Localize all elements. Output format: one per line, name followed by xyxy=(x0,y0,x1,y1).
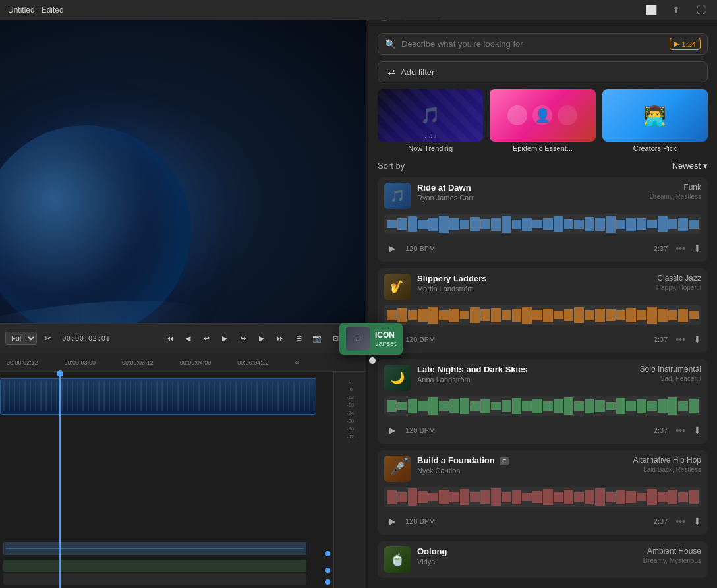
tc-3: 00:00:03:12 xyxy=(122,359,154,366)
search-input[interactable] xyxy=(401,39,664,49)
fast-forward-btn[interactable]: ↪ xyxy=(236,331,250,345)
filter-label: Add filter xyxy=(401,67,434,77)
playlist-label-creators: Creators Pick xyxy=(602,144,708,153)
tooltip-subtitle: Janset xyxy=(375,339,396,347)
frame-next-btn[interactable]: ▶ xyxy=(254,331,269,345)
track-play-button[interactable]: ▶ xyxy=(384,423,400,438)
filter-bar: ⇄ Add filter xyxy=(368,61,717,89)
track-name: Slippery Ladders xyxy=(417,274,650,283)
track-item[interactable]: 🎤 E Build a Foundation E Nyck Caution Al… xyxy=(378,450,708,535)
track-controls: ▶ 120 BPM 2:37 ••• ⬇ xyxy=(378,511,708,535)
track-bpm: 120 BPM xyxy=(405,517,435,525)
track-meta: Funk Dreamy, Restless xyxy=(650,183,701,200)
track-genre: Solo Instrumental xyxy=(640,365,701,374)
track-details: Build a Foundation E Nyck Caution xyxy=(417,456,627,475)
add-filter-button[interactable]: ⇄ Add filter xyxy=(378,61,708,82)
tooltip-title: ICON xyxy=(375,330,396,339)
fullscreen-icon[interactable]: ⛶ xyxy=(693,2,709,18)
video-clip[interactable] xyxy=(0,378,316,415)
track-play-button[interactable]: ▶ xyxy=(384,241,400,256)
track-artist: Nyck Caution xyxy=(417,467,627,475)
waveform xyxy=(384,487,701,507)
track-name: Build a Foundation E xyxy=(417,456,627,465)
tools-icon[interactable]: ✂ xyxy=(41,331,55,345)
frame-fwd-btn[interactable]: ⏭ xyxy=(273,331,287,345)
export-icon[interactable]: ⬆ xyxy=(668,2,684,18)
timecode: 00:00:02:01 xyxy=(62,334,110,343)
track-artist: Viriya xyxy=(417,558,637,566)
track-genre: Classic Jazz xyxy=(656,274,701,283)
sort-bar: Sort by Newest ▾ xyxy=(368,161,717,177)
playlist-cards: 🎵 ♪ ♫ ♪ Now Trending 👤 Epidemic Essent..… xyxy=(368,89,717,161)
track-download-button[interactable]: ⬇ xyxy=(693,516,701,527)
track-meta: Alternative Hip Hop Laid Back, Restless xyxy=(633,456,701,473)
track-meta: Classic Jazz Happy, Hopeful xyxy=(656,274,701,291)
time-badge-value: 1:24 xyxy=(682,40,696,48)
track-bpm: 120 BPM xyxy=(405,245,435,252)
track-more-button[interactable]: ••• xyxy=(673,243,688,254)
playlist-card-creators[interactable]: 👨‍💻 Creators Pick xyxy=(602,89,708,153)
track-thumbnail: 🍵 xyxy=(384,546,411,573)
audio-track-3[interactable] xyxy=(3,573,306,585)
track-genre: Alternative Hip Hop xyxy=(633,456,701,465)
audio-track-1[interactable] xyxy=(3,542,306,555)
explicit-badge: E xyxy=(500,457,509,465)
track-genre: Ambient House xyxy=(643,546,701,556)
track-duration: 2:37 xyxy=(654,517,668,525)
track-duration: 2:37 xyxy=(654,426,668,434)
track-download-button[interactable]: ⬇ xyxy=(693,334,701,345)
frame-back-btn[interactable]: ⏮ xyxy=(162,331,177,345)
track-more-button[interactable]: ••• xyxy=(673,334,688,345)
track-bpm: 120 BPM xyxy=(405,336,435,343)
waveform xyxy=(384,396,701,416)
playlist-card-epidemic[interactable]: 👤 Epidemic Essent... xyxy=(490,89,595,153)
playback-controls: Full ✂ 00:00:02:01 ⏮ ◀ ↩ ▶ ↪ ▶ ⏭ ⊞ 📷 ⊡ ＋ xyxy=(0,323,366,353)
track-details: Late Nights and Dark Skies Anna Landströ… xyxy=(417,365,633,384)
search-bar: 🔍 ▶ 1:24 xyxy=(368,26,717,61)
track-play-button[interactable]: ▶ xyxy=(384,514,400,529)
track-item[interactable]: 🎵 Ride at Dawn Ryan James Carr Funk Drea… xyxy=(378,177,708,262)
track-item[interactable]: 🌙 Late Nights and Dark Skies Anna Landst… xyxy=(378,359,708,444)
video-preview xyxy=(0,20,366,323)
waveform xyxy=(384,305,701,325)
track-artist: Ryan James Carr xyxy=(417,194,643,202)
track-details: Ride at Dawn Ryan James Carr xyxy=(417,183,643,202)
track-item[interactable]: 🎷 Slippery Ladders Martin Landström Clas… xyxy=(378,268,708,353)
rewind-btn[interactable]: ↩ xyxy=(199,331,214,345)
sort-by-label: Sort by xyxy=(378,161,405,171)
search-icon: 🔍 xyxy=(385,39,396,49)
add-marker-btn[interactable]: 📷 xyxy=(310,331,324,345)
playlist-card-trending[interactable]: 🎵 ♪ ♫ ♪ Now Trending xyxy=(378,89,483,153)
track-duration: 2:37 xyxy=(654,336,668,343)
track-list: 🎵 Ride at Dawn Ryan James Carr Funk Drea… xyxy=(368,177,717,588)
music-panel: Music SFX Saved ⚙ 🔍 ▶ 1:24 ⇄ Add filter xyxy=(368,0,717,588)
track-name: Ride at Dawn xyxy=(417,183,643,192)
split-clip-btn[interactable]: ⊞ xyxy=(291,331,306,345)
track-thumbnail: 🎤 E xyxy=(384,456,411,482)
sort-chevron-icon: ▾ xyxy=(703,161,708,171)
track-tags: Dreamy, Mysterious xyxy=(643,557,701,564)
track-details: Oolong Viriya xyxy=(417,546,637,566)
planet-graphic xyxy=(0,125,191,323)
track-more-button[interactable]: ••• xyxy=(673,516,688,527)
frame-prev-btn[interactable]: ◀ xyxy=(181,331,195,345)
timeline-ruler: 00:00:02:12 00:00:03:00 00:00:03:12 00:0… xyxy=(0,353,366,372)
tooltip-thumbnail: J xyxy=(346,327,370,351)
playlist-label-epidemic: Epidemic Essent... xyxy=(490,144,595,153)
track-more-button[interactable]: ••• xyxy=(673,425,688,436)
play-pause-btn[interactable]: ▶ xyxy=(217,331,232,345)
track-download-button[interactable]: ⬇ xyxy=(693,243,701,254)
view-mode-select[interactable]: Full xyxy=(5,332,37,345)
audio-track-2[interactable] xyxy=(3,560,306,572)
track-artist: Martin Landström xyxy=(417,285,650,293)
track-thumbnail: 🎷 xyxy=(384,274,411,300)
track-tags: Sad, Peaceful xyxy=(640,375,701,382)
waveform xyxy=(384,214,701,234)
track-download-button[interactable]: ⬇ xyxy=(693,425,701,436)
track-controls: ▶ 120 BPM 2:37 ••• ⬇ xyxy=(378,238,708,262)
track-meta: Solo Instrumental Sad, Peaceful xyxy=(640,365,701,382)
minimize-icon[interactable]: ⬜ xyxy=(643,2,659,18)
sort-select[interactable]: Newest ▾ xyxy=(672,161,708,171)
track-genre: Funk xyxy=(650,183,701,192)
track-item[interactable]: 🍵 Oolong Viriya Ambient House Dreamy, My… xyxy=(378,541,708,578)
